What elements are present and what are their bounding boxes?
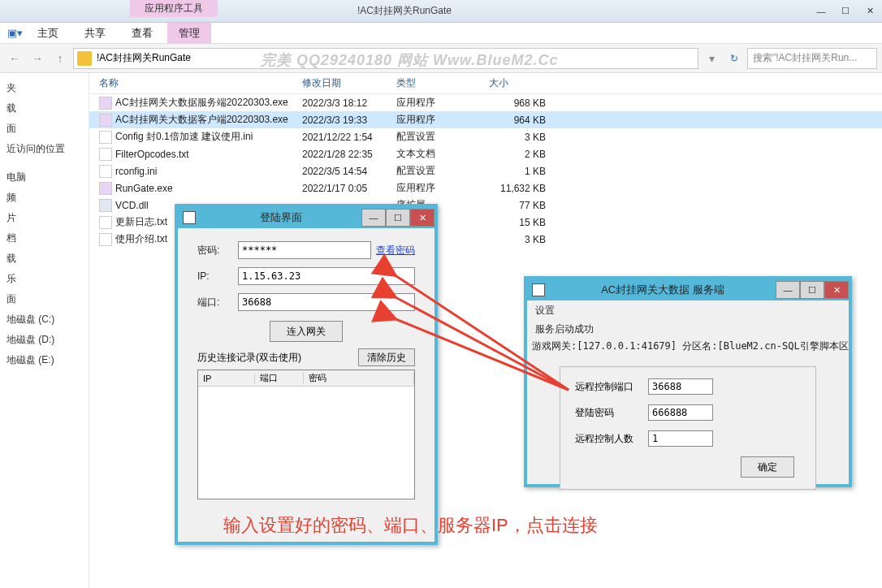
file-name: RunGate.exe [115,183,173,194]
hist-col-ip[interactable]: IP [198,374,255,383]
ok-button[interactable]: 确定 [741,456,794,478]
login-max-button[interactable]: ☐ [386,209,410,227]
file-type: 配置设置 [396,130,489,144]
hist-col-pass[interactable]: 密码 [304,372,414,384]
file-size: 2 KB [489,149,546,160]
tab-view[interactable]: 查看 [120,23,164,44]
watermark-text: 完美 QQ29240180 网站 Www.BlueM2.Cc [261,50,558,70]
history-table[interactable]: IP 端口 密码 [197,370,415,499]
sidebar-item[interactable]: 近访问的位置 [0,139,89,159]
file-date: 2022/3/3 19:33 [302,115,396,126]
file-icon [99,165,112,178]
sidebar-item[interactable]: 面 [0,289,89,309]
sidebar-item[interactable]: 地磁盘 (C:) [0,309,89,330]
file-size: 3 KB [489,234,546,245]
titlebar: 应用程序工具 !AC封挂网关RunGate — ☐ ✕ [0,0,882,23]
file-icon [99,199,112,212]
server-max-button[interactable]: ☐ [800,281,824,299]
tab-share[interactable]: 共享 [73,23,117,44]
server-dialog: AC封挂网关大数据 服务端 — ☐ ✕ 设置 服务启动成功 游戏网关:[127.… [524,276,852,487]
sidebar-item[interactable]: 夹 [0,78,89,98]
login-close-button[interactable]: ✕ [410,209,435,227]
file-icon [99,97,112,110]
server-titlebar[interactable]: AC封挂网关大数据 服务端 — ☐ ✕ [527,279,849,300]
col-size[interactable]: 大小 [489,76,546,90]
login-min-button[interactable]: — [361,209,386,227]
sidebar-item[interactable]: 乐 [0,269,89,289]
login-titlebar[interactable]: 登陆界面 — ☐ ✕ [178,207,435,228]
login-dialog: 登陆界面 — ☐ ✕ 密码: 查看密码 IP: 端口: 连入网关 历史连接记录(… [175,204,438,545]
minimize-button[interactable]: — [809,2,833,20]
file-icon [99,114,112,127]
file-row[interactable]: Config 封0.1倍加速 建议使用.ini2021/12/22 1:54配置… [89,128,882,145]
close-button[interactable]: ✕ [858,2,882,20]
file-type: 应用程序 [396,113,489,127]
sidebar-item[interactable]: 载 [0,98,89,119]
path-text: !AC封挂网关RunGate [97,51,191,65]
file-date: 2022/3/3 18:12 [302,97,396,109]
file-row[interactable]: FilterOpcodes.txt2022/1/28 22:35文本文档2 KB [89,145,882,162]
sidebar-item[interactable]: 电脑 [0,167,89,188]
tab-home[interactable]: 主页 [26,23,70,44]
file-name: 使用介绍.txt [115,232,167,246]
password-input[interactable] [238,241,371,259]
col-type[interactable]: 类型 [396,76,489,90]
file-name: VCD.dll [115,200,149,211]
server-menu-settings[interactable]: 设置 [527,300,849,321]
remote-count-input[interactable] [648,430,713,447]
col-name[interactable]: 名称 [99,76,302,90]
tab-manage[interactable]: 管理 [167,23,211,44]
file-menu-icon[interactable]: ▣▾ [6,24,23,42]
path-box[interactable]: !AC封挂网关RunGate 完美 QQ29240180 网站 Www.Blue… [73,48,698,69]
login-pass-input[interactable] [648,404,713,421]
file-row[interactable]: rconfig.ini2022/3/5 14:54配置设置1 KB [89,162,882,179]
sidebar-item[interactable]: 片 [0,208,89,228]
file-type: 文本文档 [396,147,489,161]
sidebar-item[interactable]: 载 [0,249,89,269]
maximize-button[interactable]: ☐ [833,2,858,20]
sidebar-item[interactable]: 频 [0,188,89,208]
path-dropdown-icon[interactable]: ▾ [702,49,721,68]
refresh-icon[interactable]: ↻ [724,49,744,68]
sidebar-item[interactable]: 档 [0,228,89,249]
server-panel: 远程控制端口 登陆密码 远程控制人数 确定 [560,366,816,490]
file-type: 配置设置 [396,164,489,178]
server-close-button[interactable]: ✕ [824,281,849,299]
hist-col-port[interactable]: 端口 [255,372,304,384]
nav-up-icon[interactable]: ↑ [50,49,70,68]
connect-button[interactable]: 连入网关 [270,321,343,342]
remote-port-input[interactable] [648,378,713,395]
col-date[interactable]: 修改日期 [302,76,396,90]
column-headers[interactable]: 名称 修改日期 类型 大小 [89,73,882,94]
sidebar-item[interactable]: 地磁盘 (D:) [0,330,89,350]
view-password-link[interactable]: 查看密码 [376,244,415,257]
port-input[interactable] [238,293,415,311]
nav-fwd-icon[interactable]: → [28,49,47,68]
sidebar-item [0,159,89,167]
search-input[interactable]: 搜索"!AC封挂网关Run... [747,48,877,69]
file-date: 2022/1/28 22:35 [302,149,396,160]
file-size: 1 KB [489,166,546,177]
file-size: 964 KB [489,115,546,126]
context-tab: 应用程序工具 [130,0,218,17]
file-date: 2021/12/22 1:54 [302,132,396,143]
sidebar-item[interactable]: 面 [0,119,89,139]
file-size: 3 KB [489,132,546,143]
label-password: 密码: [197,244,238,257]
file-icon [99,131,112,144]
file-size: 15 KB [489,217,546,228]
window-title: !AC封挂网关RunGate [0,4,809,18]
file-row[interactable]: RunGate.exe2022/1/17 0:05应用程序11,632 KB [89,179,882,197]
file-row[interactable]: AC封挂网关大数据客户端20220303.exe2022/3/3 19:33应用… [89,111,882,128]
nav-back-icon[interactable]: ← [5,49,24,68]
sidebar-item[interactable]: 地磁盘 (E:) [0,350,89,370]
file-icon [99,216,112,229]
file-name: 更新日志.txt [115,215,167,229]
file-type: 应用程序 [396,181,489,195]
file-row[interactable]: AC封挂网关大数据服务端20220303.exe2022/3/3 18:12应用… [89,94,882,111]
server-title: AC封挂网关大数据 服务端 [550,283,776,297]
sidebar: 夹载面近访问的位置电脑频片档载乐面地磁盘 (C:)地磁盘 (D:)地磁盘 (E:… [0,73,89,588]
clear-history-button[interactable]: 清除历史 [358,348,415,366]
ip-input[interactable] [238,267,415,285]
server-min-button[interactable]: — [776,281,800,299]
